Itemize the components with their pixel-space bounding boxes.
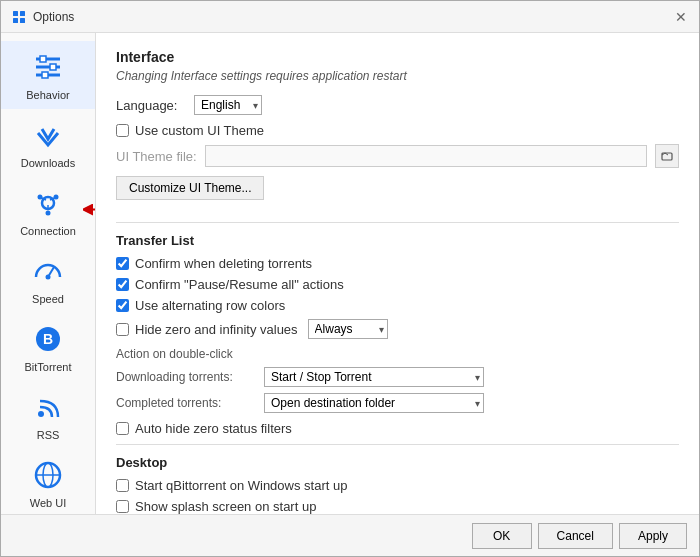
apply-button[interactable]: Apply <box>619 523 687 549</box>
alt-row-label: Use alternating row colors <box>135 298 285 313</box>
confirm-delete-label: Confirm when deleting torrents <box>135 256 312 271</box>
theme-file-input[interactable] <box>205 145 647 167</box>
sidebar-item-webui[interactable]: Web UI <box>1 449 95 514</box>
divider-2 <box>116 444 679 445</box>
desktop-title: Desktop <box>116 455 679 470</box>
splash-screen-checkbox[interactable] <box>116 500 129 513</box>
alt-row-colors-row: Use alternating row colors <box>116 298 679 313</box>
settings-panel: Interface Changing Interface settings re… <box>96 33 699 514</box>
auto-hide-row: Auto hide zero status filters <box>116 421 679 436</box>
sidebar-label-connection: Connection <box>20 225 76 237</box>
always-select-wrapper[interactable]: Always <box>308 319 388 339</box>
confirm-delete-checkbox[interactable] <box>116 257 129 270</box>
svg-rect-3 <box>20 18 25 23</box>
section-subtitle: Changing Interface settings requires app… <box>116 69 679 83</box>
svg-rect-0 <box>13 11 18 16</box>
svg-rect-1 <box>20 11 25 16</box>
divider-1 <box>116 222 679 223</box>
sidebar-label-rss: RSS <box>37 429 60 441</box>
completed-select-wrapper[interactable]: Open destination folder <box>264 393 484 413</box>
svg-point-11 <box>38 195 43 200</box>
confirm-pause-checkbox[interactable] <box>116 278 129 291</box>
language-row: Language: English <box>116 95 679 115</box>
custom-theme-checkbox[interactable] <box>116 124 129 137</box>
svg-point-20 <box>46 275 51 280</box>
start-windows-label: Start qBittorrent on Windows start up <box>135 478 347 493</box>
auto-hide-checkbox[interactable] <box>116 422 129 435</box>
svg-rect-8 <box>50 64 56 70</box>
completed-action-row: Completed torrents: Open destination fol… <box>116 393 679 413</box>
close-button[interactable]: ✕ <box>673 9 689 25</box>
rss-icon <box>30 389 66 425</box>
sidebar-label-behavior: Behavior <box>26 89 69 101</box>
confirm-delete-row: Confirm when deleting torrents <box>116 256 679 271</box>
sidebar-label-speed: Speed <box>32 293 64 305</box>
downloading-label: Downloading torrents: <box>116 370 256 384</box>
svg-rect-7 <box>40 56 46 62</box>
theme-file-browse-button[interactable] <box>655 144 679 168</box>
downloads-icon <box>30 117 66 153</box>
cancel-button[interactable]: Cancel <box>538 523 613 549</box>
svg-point-13 <box>46 211 51 216</box>
sidebar: Behavior Downloads <box>1 33 96 514</box>
splash-screen-row: Show splash screen on start up <box>116 499 679 514</box>
title-bar: Options ✕ <box>1 1 699 33</box>
sidebar-item-downloads[interactable]: Downloads <box>1 109 95 177</box>
svg-point-23 <box>38 411 44 417</box>
options-window: Options ✕ Behavior <box>0 0 700 557</box>
theme-file-row: UI Theme file: <box>116 144 679 168</box>
confirm-pause-row: Confirm "Pause/Resume all" actions <box>116 277 679 292</box>
sidebar-item-connection[interactable]: Connection <box>1 177 95 245</box>
downloading-action-row: Downloading torrents: Start / Stop Torre… <box>116 367 679 387</box>
connection-icon <box>30 185 66 221</box>
svg-text:B: B <box>43 331 53 347</box>
language-select[interactable]: English <box>194 95 262 115</box>
sidebar-label-webui: Web UI <box>30 497 66 509</box>
sidebar-item-behavior[interactable]: Behavior <box>1 41 95 109</box>
main-content: Behavior Downloads <box>1 33 699 514</box>
custom-theme-label: Use custom UI Theme <box>135 123 264 138</box>
svg-rect-9 <box>42 72 48 78</box>
alt-row-checkbox[interactable] <box>116 299 129 312</box>
auto-hide-label: Auto hide zero status filters <box>135 421 292 436</box>
hide-zero-label: Hide zero and infinity values <box>135 322 298 337</box>
customize-btn-wrapper: Customize UI Theme... <box>116 176 679 212</box>
webui-icon <box>30 457 66 493</box>
title-bar-left: Options <box>11 9 74 25</box>
section-title: Interface <box>116 49 679 65</box>
language-label: Language: <box>116 98 186 113</box>
start-windows-row: Start qBittorrent on Windows start up <box>116 478 679 493</box>
completed-action-select[interactable]: Open destination folder <box>264 393 484 413</box>
theme-file-label: UI Theme file: <box>116 149 197 164</box>
custom-theme-row: Use custom UI Theme <box>116 123 679 138</box>
window-icon <box>11 9 27 25</box>
ok-button[interactable]: OK <box>472 523 532 549</box>
hide-zero-row: Hide zero and infinity values Always <box>116 319 679 339</box>
sidebar-item-rss[interactable]: RSS <box>1 381 95 449</box>
window-title: Options <box>33 10 74 24</box>
downloading-select-wrapper[interactable]: Start / Stop Torrent <box>264 367 484 387</box>
svg-rect-2 <box>13 18 18 23</box>
customize-theme-button[interactable]: Customize UI Theme... <box>116 176 264 200</box>
speed-icon <box>30 253 66 289</box>
bittorrent-icon: B <box>30 321 66 357</box>
always-select[interactable]: Always <box>308 319 388 339</box>
language-select-wrapper[interactable]: English <box>194 95 262 115</box>
start-windows-checkbox[interactable] <box>116 479 129 492</box>
footer: OK Cancel Apply <box>1 514 699 556</box>
behavior-icon <box>30 49 66 85</box>
completed-label: Completed torrents: <box>116 396 256 410</box>
downloading-action-select[interactable]: Start / Stop Torrent <box>264 367 484 387</box>
sidebar-item-bittorrent[interactable]: B BitTorrent <box>1 313 95 381</box>
confirm-pause-label: Confirm "Pause/Resume all" actions <box>135 277 344 292</box>
sidebar-label-downloads: Downloads <box>21 157 75 169</box>
splash-screen-label: Show splash screen on start up <box>135 499 316 514</box>
action-title: Action on double-click <box>116 347 679 361</box>
sidebar-item-speed[interactable]: Speed <box>1 245 95 313</box>
transfer-list-title: Transfer List <box>116 233 679 248</box>
hide-zero-checkbox[interactable] <box>116 323 129 336</box>
svg-point-12 <box>54 195 59 200</box>
sidebar-label-bittorrent: BitTorrent <box>24 361 71 373</box>
